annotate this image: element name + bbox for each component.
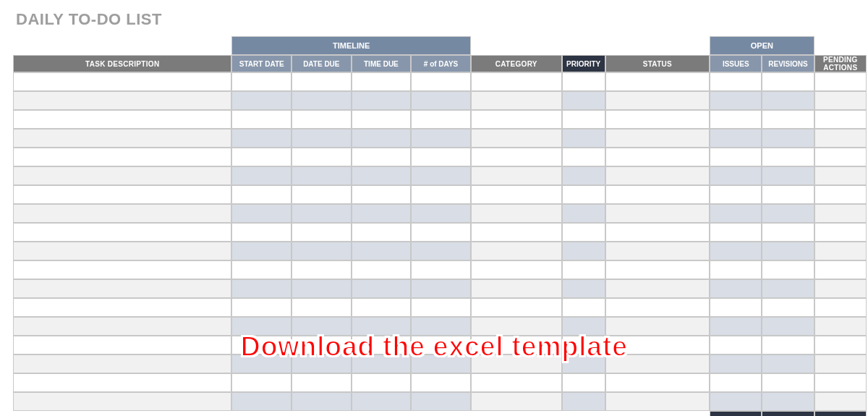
cell-task[interactable]	[13, 392, 231, 411]
cell-status[interactable]	[605, 223, 710, 242]
cell-task[interactable]	[13, 317, 231, 336]
cell-status[interactable]	[605, 110, 710, 129]
cell-status[interactable]	[605, 373, 710, 392]
cell-time_due[interactable]	[352, 392, 412, 411]
cell-issues[interactable]	[710, 298, 762, 317]
cell-priority[interactable]	[562, 166, 605, 185]
cell-time_due[interactable]	[352, 148, 412, 166]
cell-date_due[interactable]	[292, 260, 352, 279]
cell-pending[interactable]	[814, 204, 867, 223]
cell-priority[interactable]	[562, 72, 605, 91]
cell-revisions[interactable]	[762, 355, 814, 373]
cell-category[interactable]	[471, 336, 562, 355]
cell-issues[interactable]	[710, 392, 762, 411]
cell-revisions[interactable]	[762, 72, 814, 91]
cell-days[interactable]	[411, 392, 471, 411]
cell-revisions[interactable]	[762, 204, 814, 223]
cell-task[interactable]	[13, 129, 231, 148]
cell-time_due[interactable]	[352, 317, 412, 336]
cell-revisions[interactable]	[762, 260, 814, 279]
cell-pending[interactable]	[814, 110, 867, 129]
cell-revisions[interactable]	[762, 91, 814, 110]
cell-date_due[interactable]	[292, 336, 352, 355]
cell-start_date[interactable]	[231, 72, 292, 91]
cell-pending[interactable]	[814, 355, 867, 373]
cell-issues[interactable]	[710, 317, 762, 336]
cell-status[interactable]	[605, 148, 710, 166]
cell-status[interactable]	[605, 129, 710, 148]
cell-category[interactable]	[471, 392, 562, 411]
cell-task[interactable]	[13, 110, 231, 129]
cell-priority[interactable]	[562, 129, 605, 148]
cell-task[interactable]	[13, 223, 231, 242]
cell-priority[interactable]	[562, 204, 605, 223]
cell-issues[interactable]	[710, 279, 762, 298]
cell-category[interactable]	[471, 148, 562, 166]
cell-date_due[interactable]	[292, 373, 352, 392]
cell-issues[interactable]	[710, 91, 762, 110]
cell-status[interactable]	[605, 260, 710, 279]
cell-priority[interactable]	[562, 223, 605, 242]
cell-status[interactable]	[605, 185, 710, 204]
cell-category[interactable]	[471, 355, 562, 373]
cell-date_due[interactable]	[292, 166, 352, 185]
cell-days[interactable]	[411, 298, 471, 317]
cell-task[interactable]	[13, 373, 231, 392]
cell-revisions[interactable]	[762, 242, 814, 260]
cell-revisions[interactable]	[762, 223, 814, 242]
cell-issues[interactable]	[710, 72, 762, 91]
cell-pending[interactable]	[814, 148, 867, 166]
cell-days[interactable]	[411, 223, 471, 242]
cell-days[interactable]	[411, 148, 471, 166]
cell-category[interactable]	[471, 223, 562, 242]
cell-issues[interactable]	[710, 355, 762, 373]
cell-category[interactable]	[471, 373, 562, 392]
cell-time_due[interactable]	[352, 373, 412, 392]
cell-priority[interactable]	[562, 185, 605, 204]
cell-date_due[interactable]	[292, 242, 352, 260]
cell-time_due[interactable]	[352, 355, 412, 373]
cell-status[interactable]	[605, 91, 710, 110]
cell-time_due[interactable]	[352, 223, 412, 242]
cell-category[interactable]	[471, 317, 562, 336]
cell-days[interactable]	[411, 166, 471, 185]
cell-pending[interactable]	[814, 91, 867, 110]
cell-pending[interactable]	[814, 260, 867, 279]
cell-start_date[interactable]	[231, 223, 292, 242]
cell-revisions[interactable]	[762, 336, 814, 355]
cell-start_date[interactable]	[231, 355, 292, 373]
cell-time_due[interactable]	[352, 260, 412, 279]
cell-pending[interactable]	[814, 223, 867, 242]
cell-days[interactable]	[411, 91, 471, 110]
cell-time_due[interactable]	[352, 279, 412, 298]
cell-date_due[interactable]	[292, 355, 352, 373]
cell-category[interactable]	[471, 110, 562, 129]
cell-status[interactable]	[605, 279, 710, 298]
cell-issues[interactable]	[710, 148, 762, 166]
cell-start_date[interactable]	[231, 260, 292, 279]
cell-pending[interactable]	[814, 166, 867, 185]
cell-status[interactable]	[605, 166, 710, 185]
cell-category[interactable]	[471, 91, 562, 110]
cell-revisions[interactable]	[762, 129, 814, 148]
cell-days[interactable]	[411, 242, 471, 260]
cell-task[interactable]	[13, 185, 231, 204]
cell-pending[interactable]	[814, 336, 867, 355]
cell-days[interactable]	[411, 204, 471, 223]
cell-time_due[interactable]	[352, 242, 412, 260]
cell-time_due[interactable]	[352, 91, 412, 110]
cell-task[interactable]	[13, 72, 231, 91]
cell-status[interactable]	[605, 317, 710, 336]
cell-task[interactable]	[13, 355, 231, 373]
cell-pending[interactable]	[814, 317, 867, 336]
cell-start_date[interactable]	[231, 336, 292, 355]
cell-date_due[interactable]	[292, 91, 352, 110]
cell-status[interactable]	[605, 204, 710, 223]
cell-revisions[interactable]	[762, 373, 814, 392]
cell-issues[interactable]	[710, 223, 762, 242]
cell-time_due[interactable]	[352, 204, 412, 223]
cell-pending[interactable]	[814, 242, 867, 260]
cell-category[interactable]	[471, 242, 562, 260]
cell-time_due[interactable]	[352, 166, 412, 185]
cell-category[interactable]	[471, 260, 562, 279]
